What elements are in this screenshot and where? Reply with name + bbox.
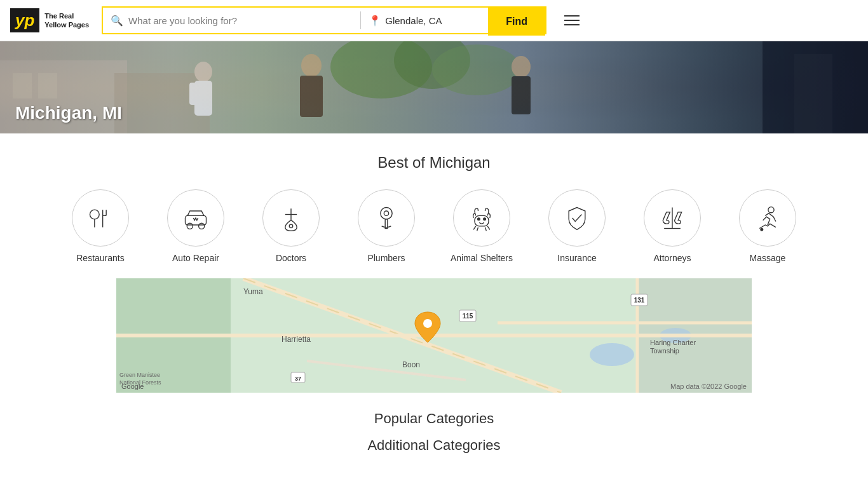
map-background: 115 131 37 Yuma Harrietta Boon Haring Ch… [116, 278, 752, 393]
svg-text:Yuma: Yuma [243, 287, 263, 296]
category-label-animal-shelters: Animal Shelters [451, 253, 513, 263]
svg-text:Haring Charter: Haring Charter [650, 339, 696, 346]
search-icon: 🔍 [111, 15, 123, 27]
category-label-auto-repair: Auto Repair [172, 253, 219, 263]
svg-text:Google: Google [121, 383, 144, 390]
category-item-animal-shelters[interactable]: Animal Shelters [440, 189, 523, 263]
category-item-plumbers[interactable]: Plumbers [345, 189, 428, 263]
category-label-doctors: Doctors [276, 253, 306, 263]
header: yp The Real Yellow Pages 🔍 📍 Find [0, 0, 868, 41]
svg-rect-3 [13, 73, 32, 98]
svg-rect-4 [38, 73, 57, 98]
additional-categories-title: Additional Categories [25, 437, 843, 454]
svg-point-8 [194, 62, 212, 82]
search-what-container: 🔍 [103, 8, 360, 33]
logo-yp-text: yp [15, 12, 34, 29]
category-item-doctors[interactable]: Doctors [250, 189, 332, 263]
svg-point-11 [301, 54, 322, 77]
hero-banner: Michigan, MI [0, 41, 868, 133]
svg-text:131: 131 [634, 297, 645, 304]
svg-text:Boon: Boon [402, 360, 420, 369]
svg-point-40 [768, 207, 774, 213]
category-label-insurance: Insurance [557, 253, 596, 263]
category-item-restaurants[interactable]: Restaurants [59, 189, 142, 263]
best-of-title: Best of Michigan [25, 154, 843, 172]
svg-point-41 [761, 229, 763, 231]
svg-text:Green Manistee: Green Manistee [119, 372, 160, 378]
svg-point-17 [90, 210, 100, 219]
svg-point-28 [381, 208, 392, 219]
map-svg: 115 131 37 Yuma Harrietta Boon Haring Ch… [116, 278, 752, 393]
location-icon: 📍 [369, 15, 381, 27]
search-where-container: 📍 [361, 8, 488, 33]
search-input[interactable] [128, 15, 353, 26]
svg-line-34 [473, 226, 476, 230]
svg-point-66 [423, 319, 432, 328]
category-label-massage: Massage [750, 253, 786, 263]
location-input[interactable] [385, 15, 468, 26]
logo-tagline: The Real Yellow Pages [44, 11, 89, 30]
category-circle-auto-repair [167, 189, 224, 247]
svg-rect-31 [475, 215, 489, 226]
svg-text:115: 115 [463, 313, 473, 320]
svg-point-32 [478, 218, 480, 220]
sections-area: Popular Categories Additional Categories [0, 393, 868, 471]
hero-scene [0, 41, 868, 133]
category-circle-attorneys [644, 189, 701, 247]
svg-point-23 [187, 223, 193, 229]
svg-text:Harrietta: Harrietta [281, 335, 311, 344]
svg-rect-10 [189, 83, 197, 105]
svg-rect-16 [794, 54, 832, 133]
svg-rect-9 [194, 81, 212, 116]
menu-button[interactable] [559, 10, 585, 30]
svg-point-27 [289, 224, 293, 228]
svg-line-37 [485, 227, 487, 231]
popular-categories-title: Popular Categories [25, 410, 843, 427]
hamburger-line-2 [564, 20, 580, 21]
category-item-attorneys[interactable]: Attorneys [631, 189, 714, 263]
svg-rect-12 [300, 76, 323, 117]
find-button[interactable]: Find [488, 8, 545, 36]
category-circle-restaurants [72, 189, 129, 247]
logo[interactable]: yp The Real Yellow Pages [10, 8, 89, 32]
category-circle-insurance [548, 189, 606, 247]
logo-box: yp [10, 8, 39, 32]
category-circle-massage [739, 189, 796, 247]
map-google-watermark: Google [121, 383, 147, 390]
category-label-restaurants: Restaurants [76, 253, 124, 263]
hero-title: Michigan, MI [15, 103, 122, 123]
hamburger-line-1 [564, 15, 580, 17]
category-label-attorneys: Attorneys [653, 253, 691, 263]
category-item-massage[interactable]: Massage [726, 189, 809, 263]
svg-point-13 [512, 56, 531, 78]
category-circle-plumbers [358, 189, 415, 247]
search-bar: 🔍 📍 Find [102, 6, 546, 34]
svg-point-7 [432, 44, 521, 95]
svg-point-45 [590, 343, 634, 366]
category-circle-doctors [262, 189, 320, 247]
svg-point-24 [199, 223, 205, 229]
svg-line-36 [477, 227, 478, 231]
svg-text:37: 37 [295, 376, 301, 382]
svg-line-35 [487, 226, 490, 230]
category-item-insurance[interactable]: Insurance [536, 189, 618, 263]
google-logo-icon: Google [121, 383, 147, 390]
category-item-auto-repair[interactable]: Auto Repair [154, 189, 237, 263]
categories-grid: Restaurants Auto Repair Doctors Plumbers… [25, 189, 843, 263]
svg-text:Township: Township [650, 347, 679, 355]
map-data-credit: Map data ©2022 Google [670, 383, 747, 390]
svg-point-29 [384, 211, 388, 215]
svg-point-33 [484, 218, 486, 220]
best-of-section: Best of Michigan Restaurants Auto Repair… [0, 133, 868, 278]
category-label-plumbers: Plumbers [367, 253, 405, 263]
svg-rect-14 [512, 76, 531, 114]
category-circle-animal-shelters [453, 189, 510, 247]
hamburger-line-3 [564, 24, 580, 25]
map-container: 115 131 37 Yuma Harrietta Boon Haring Ch… [116, 278, 752, 393]
